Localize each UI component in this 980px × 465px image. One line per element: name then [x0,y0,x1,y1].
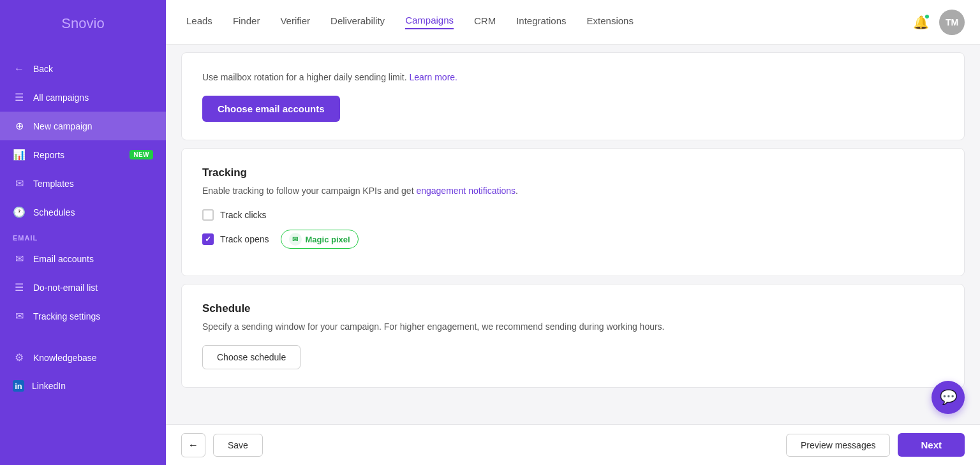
tracking-settings-icon: ✉ [13,310,26,322]
sidebar: ← Back ☰ All campaigns ⊕ New campaign 📊 … [0,45,166,465]
top-nav: Snovio Leads Finder Verifier Deliverabil… [0,0,980,45]
do-not-email-icon: ☰ [13,281,26,293]
save-button[interactable]: Save [213,434,263,457]
avatar[interactable]: TM [939,10,965,35]
sidebar-item-templates[interactable]: ✉ Templates [0,169,166,198]
nav-verifier[interactable]: Verifier [280,15,310,29]
sidebar-item-new-campaign[interactable]: ⊕ New campaign [0,112,166,140]
sidebar-item-reports[interactable]: 📊 Reports NEW [0,140,166,169]
nav-deliverability[interactable]: Deliverability [330,15,385,29]
sidebar-item-label: Schedules [33,207,153,218]
schedule-section: Schedule Specify a sending window for yo… [181,284,965,388]
sidebar-item-linkedin[interactable]: in LinkedIn [0,372,166,400]
sidebar-item-label: New campaign [33,121,153,131]
layout: ← Back ☰ All campaigns ⊕ New campaign 📊 … [0,45,980,465]
track-clicks-row: Track clicks [202,209,944,221]
main-content: Use mailbox rotation for a higher daily … [166,45,980,465]
footer-right: Preview messages Next [786,433,965,457]
sidebar-item-email-accounts[interactable]: ✉ Email accounts [0,244,166,273]
nav-crm[interactable]: CRM [474,15,496,29]
nav-extensions[interactable]: Extensions [587,15,634,29]
sidebar-item-label: LinkedIn [32,381,153,391]
preview-messages-button[interactable]: Preview messages [786,434,891,457]
chat-bubble[interactable]: 💬 [932,381,965,414]
logo: Snovio [0,0,166,45]
nav-links: Leads Finder Verifier Deliverability Cam… [186,15,913,29]
new-campaign-icon: ⊕ [13,120,26,132]
mailbox-description: Use mailbox rotation for a higher daily … [202,71,944,84]
logo-text: Snovio [61,12,104,33]
linkedin-icon: in [13,380,24,392]
back-arrow-button[interactable]: ← [181,433,205,457]
sidebar-item-label: Reports [33,150,122,160]
track-opens-row: Track opens ✉ Magic pixel [202,230,944,249]
all-campaigns-icon: ☰ [13,91,26,103]
sidebar-item-label: Back [33,64,153,74]
sidebar-item-schedules[interactable]: 🕐 Schedules [0,198,166,226]
sidebar-item-tracking-settings[interactable]: ✉ Tracking settings [0,302,166,330]
schedule-description: Specify a sending window for your campai… [202,320,944,334]
sidebar-item-label: Templates [33,179,153,189]
next-button[interactable]: Next [898,433,965,457]
track-clicks-label: Track clicks [220,210,267,220]
sidebar-item-back[interactable]: ← Back [0,55,166,83]
schedules-icon: 🕐 [13,206,26,218]
email-accounts-icon: ✉ [13,253,26,265]
magic-pixel-icon: ✉ [289,233,302,246]
track-opens-checkbox[interactable] [202,233,214,245]
sidebar-item-label: Tracking settings [33,311,153,321]
sidebar-item-label: Email accounts [33,254,153,264]
nav-leads[interactable]: Leads [186,15,212,29]
knowledgebase-icon: ⚙ [13,351,26,364]
magic-pixel-button[interactable]: ✉ Magic pixel [281,230,359,249]
sidebar-item-knowledgebase[interactable]: ⚙ Knowledgebase [0,343,166,372]
magic-pixel-label: Magic pixel [306,235,350,244]
choose-email-accounts-button[interactable]: Choose email accounts [202,96,340,122]
tracking-title: Tracking [202,166,944,179]
notification-dot [924,13,930,20]
nav-finder[interactable]: Finder [233,15,260,29]
sidebar-item-label: Knowledgebase [33,353,153,363]
engagement-notifications-link[interactable]: engagement notifications [416,186,516,196]
new-badge: NEW [130,150,153,159]
sidebar-item-label: All campaigns [33,92,153,103]
track-opens-label: Track opens [220,234,269,244]
nav-campaigns[interactable]: Campaigns [405,15,454,29]
nav-integrations[interactable]: Integrations [516,15,566,29]
chat-bubble-icon: 💬 [940,389,957,406]
email-section-label: Email [0,226,166,244]
reports-icon: 📊 [13,149,26,161]
track-clicks-checkbox[interactable] [202,209,214,221]
footer-bar: ← Save Preview messages Next [166,424,980,465]
templates-icon: ✉ [13,177,26,189]
footer-left: ← Save [181,433,263,457]
sidebar-item-all-campaigns[interactable]: ☰ All campaigns [0,83,166,112]
nav-right: 🔔 TM [913,10,965,35]
choose-schedule-button[interactable]: Choose schedule [202,345,301,369]
back-icon: ← [13,63,26,75]
learn-more-link[interactable]: Learn more. [410,72,457,82]
sidebar-item-do-not-email[interactable]: ☰ Do-not-email list [0,273,166,302]
sidebar-item-label: Do-not-email list [33,283,153,293]
schedule-title: Schedule [202,302,944,315]
tracking-description: Enable tracking to follow your campaign … [202,184,944,198]
notifications-bell[interactable]: 🔔 [913,15,929,30]
tracking-section: Tracking Enable tracking to follow your … [181,148,965,276]
mailbox-section: Use mailbox rotation for a higher daily … [181,52,965,140]
